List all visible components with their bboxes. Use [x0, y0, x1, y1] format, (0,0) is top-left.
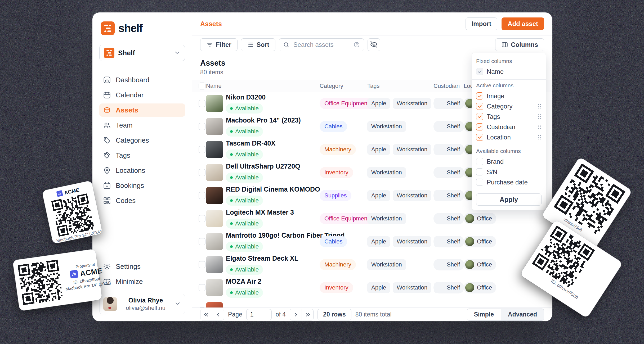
asset-name[interactable]: RED Digital Cinema KOMODO: [226, 185, 320, 193]
tags-cell: AppleWorkstation+2: [367, 282, 433, 293]
column-checkbox[interactable]: [476, 113, 483, 120]
shelf-logo-icon: [435, 260, 444, 269]
qr-code: [51, 193, 95, 237]
category-badge: Inventory: [320, 167, 353, 178]
sidebar-item-codes[interactable]: Codes: [99, 194, 185, 207]
asset-name[interactable]: MOZA Air 2: [226, 278, 320, 285]
drag-handle-icon[interactable]: [538, 114, 542, 119]
column-header-category[interactable]: Category: [320, 83, 367, 89]
table-row[interactable]: Aputure 300d II: [192, 299, 552, 307]
shelf-logo-icon: [435, 237, 444, 246]
column-checkbox[interactable]: [476, 158, 483, 165]
asset-name[interactable]: Logitech MX Master 3: [226, 209, 320, 216]
column-checkbox[interactable]: [476, 92, 483, 99]
column-header-tags[interactable]: Tags: [367, 83, 433, 89]
column-checkbox[interactable]: [476, 168, 483, 175]
table-row[interactable]: Logitech MX Master 3 Available Office Eq…: [192, 207, 552, 230]
asset-thumbnail: [206, 141, 223, 158]
drag-handle-icon[interactable]: [538, 103, 542, 109]
column-label: Image: [487, 92, 542, 100]
table-row[interactable]: MOZA Air 2 Available Inventory AppleWork…: [192, 276, 552, 299]
column-menu-item[interactable]: Custodian: [476, 122, 542, 132]
column-menu-item[interactable]: Location: [476, 132, 542, 142]
column-menu-item[interactable]: Name: [476, 66, 542, 77]
view-mode-simple[interactable]: Simple: [467, 309, 501, 320]
asset-name[interactable]: Nikon D3200: [226, 93, 320, 101]
sidebar-item-minimize[interactable]: Minimize: [99, 275, 185, 288]
add-asset-button[interactable]: Add asset: [502, 17, 544, 30]
hide-search-button[interactable]: [368, 38, 380, 51]
row-checkbox[interactable]: [199, 215, 205, 222]
columns-icon: [501, 41, 508, 48]
location-photo: [465, 214, 474, 223]
asset-name[interactable]: Dell UltraSharp U2720Q: [226, 162, 320, 170]
row-checkbox[interactable]: [199, 146, 205, 153]
tags-cell: Workstation: [367, 167, 433, 178]
row-checkbox[interactable]: [199, 169, 205, 176]
first-page-button[interactable]: [200, 309, 212, 320]
row-checkbox[interactable]: [199, 238, 205, 245]
prev-page-button[interactable]: [212, 309, 224, 320]
table-row[interactable]: Manfrotto 190go! Carbon Fiber Tripod Ava…: [192, 230, 552, 253]
breadcrumb[interactable]: Assets: [200, 20, 222, 28]
row-checkbox[interactable]: [199, 192, 205, 199]
column-menu-item[interactable]: Category: [476, 101, 542, 111]
column-checkbox[interactable]: [476, 68, 483, 75]
asset-name[interactable]: Macbook Pro 14" (2023): [226, 116, 320, 124]
column-menu-item[interactable]: Purchase date: [476, 177, 542, 187]
shelf-logo-icon: [435, 168, 444, 177]
column-checkbox[interactable]: [476, 103, 483, 110]
columns-dropdown: Fixed columns Name Active columns Image …: [472, 53, 546, 210]
column-checkbox[interactable]: [476, 134, 483, 141]
sidebar-item-assets[interactable]: Assets: [99, 103, 185, 117]
pagination-forward-group: [290, 309, 314, 320]
tags-cell: AppleWorkstation+2: [367, 190, 433, 201]
page-number-input[interactable]: [246, 309, 272, 320]
help-circle-icon[interactable]: [353, 41, 360, 48]
search-icon: [283, 41, 290, 48]
drag-handle-icon[interactable]: [538, 124, 542, 130]
sidebar-item-tags[interactable]: Tags: [99, 149, 185, 162]
workspace-selector[interactable]: Shelf: [99, 45, 185, 61]
filter-button[interactable]: Filter: [200, 38, 238, 51]
column-menu-item[interactable]: Brand: [476, 156, 542, 167]
sort-button[interactable]: Sort: [241, 38, 275, 51]
asset-name[interactable]: Manfrotto 190go! Carbon Fiber Tripod: [226, 232, 320, 239]
sidebar-item-team[interactable]: Team: [99, 119, 185, 132]
import-button[interactable]: Import: [466, 17, 498, 30]
sidebar-item-calendar[interactable]: Calendar: [99, 88, 185, 102]
assets-icon: [103, 106, 111, 114]
sidebar-item-settings[interactable]: Settings: [99, 260, 185, 273]
asset-name[interactable]: Elgato Stream Deck XL: [226, 255, 320, 262]
user-menu[interactable]: Olivia Rhye olivia@shelf.nu: [99, 294, 185, 314]
column-checkbox[interactable]: [476, 123, 483, 130]
row-checkbox[interactable]: [199, 284, 205, 291]
view-mode-advanced[interactable]: Advanced: [501, 309, 544, 320]
apply-button[interactable]: Apply: [476, 193, 542, 206]
row-checkbox[interactable]: [199, 123, 205, 130]
column-header-name[interactable]: Name: [206, 83, 320, 89]
rows-per-page-button[interactable]: 20 rows: [317, 309, 351, 320]
asset-name[interactable]: Tascam DR-40X: [226, 139, 320, 147]
column-menu-item[interactable]: Tags: [476, 111, 542, 122]
search-input[interactable]: [293, 41, 350, 49]
column-menu-item[interactable]: S/N: [476, 167, 542, 177]
column-checkbox[interactable]: [476, 179, 483, 186]
row-checkbox[interactable]: [199, 261, 205, 268]
column-header-custodian[interactable]: Custodian: [433, 83, 464, 89]
sidebar-item-bookings[interactable]: Bookings: [99, 179, 185, 192]
sidebar-item-categories[interactable]: Categories: [99, 134, 185, 147]
table-row[interactable]: Elgato Stream Deck XL Available Machiner…: [192, 253, 552, 276]
drag-handle-icon[interactable]: [538, 134, 542, 140]
columns-button[interactable]: Columns: [495, 38, 544, 51]
next-page-button[interactable]: [290, 309, 302, 320]
status-badge: Available: [226, 103, 263, 114]
column-menu-item[interactable]: Image: [476, 91, 542, 101]
row-checkbox[interactable]: [199, 100, 205, 107]
tag-pill: Apple: [367, 236, 390, 247]
select-all-checkbox[interactable]: [199, 83, 205, 89]
active-columns-label: Active columns: [476, 82, 542, 89]
last-page-button[interactable]: [302, 309, 313, 320]
sidebar-item-locations[interactable]: Locations: [99, 164, 185, 177]
sidebar-item-dashboard[interactable]: Dashboard: [99, 73, 185, 87]
